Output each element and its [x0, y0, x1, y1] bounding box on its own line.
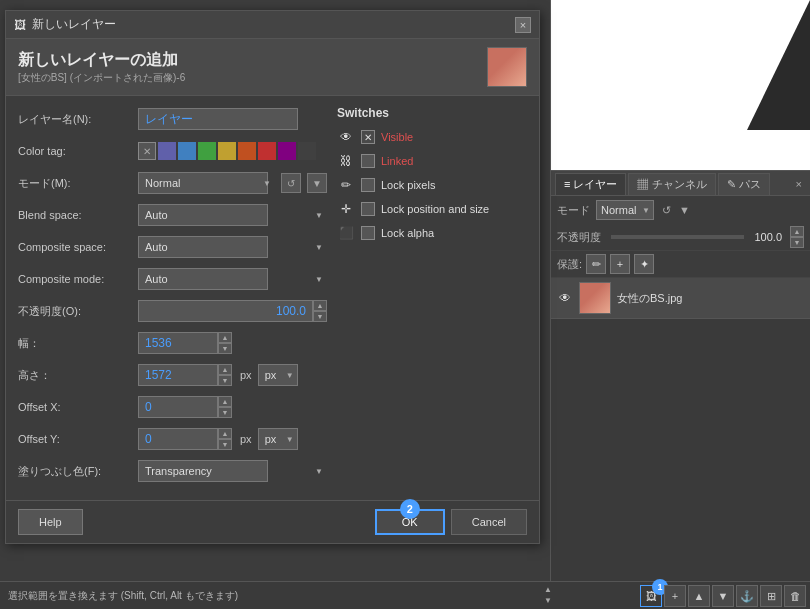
width-decrement-button[interactable]: ▼: [218, 343, 232, 354]
color-swatch-0[interactable]: [158, 142, 176, 160]
layer-thumbnail: [579, 282, 611, 314]
fill-color-select[interactable]: Transparency: [138, 460, 268, 482]
mode-select[interactable]: Normal: [138, 172, 268, 194]
panel-close-button[interactable]: ×: [792, 176, 806, 192]
visible-checkbox[interactable]: ✕: [361, 130, 375, 144]
offset-y-increment-button[interactable]: ▲: [218, 428, 232, 439]
mode-reset-button[interactable]: ↺: [281, 173, 301, 193]
height-increment-button[interactable]: ▲: [218, 364, 232, 375]
width-row: 幅： ▲ ▼: [18, 330, 327, 356]
color-swatch-1[interactable]: [178, 142, 196, 160]
dialog-thumbnail: [487, 47, 527, 87]
composite-mode-control: Auto ▼: [138, 268, 327, 290]
new-layer-button[interactable]: 🖼 1: [640, 585, 662, 607]
fill-color-label: 塗りつぶし色(F):: [18, 464, 138, 479]
width-control: ▲ ▼: [138, 332, 327, 354]
mode-expand-icon[interactable]: ▼: [679, 204, 690, 216]
linked-label: Linked: [381, 155, 413, 167]
composite-space-select[interactable]: Auto: [138, 236, 268, 258]
dialog-close-button[interactable]: ×: [515, 17, 531, 33]
mode-reset-icon[interactable]: ↺: [662, 204, 671, 217]
tab-channels[interactable]: ▦ チャンネル: [628, 173, 715, 195]
height-unit-select[interactable]: px: [258, 364, 298, 386]
merge-button[interactable]: ⊞: [760, 585, 782, 607]
layer-visibility-icon[interactable]: 👁: [557, 290, 573, 306]
blend-space-select[interactable]: Auto: [138, 204, 268, 226]
composite-space-control: Auto ▼: [138, 236, 327, 258]
color-swatch-2[interactable]: [198, 142, 216, 160]
color-swatch-3[interactable]: [218, 142, 236, 160]
blend-space-control: Auto ▼: [138, 204, 327, 226]
offset-y-unit-wrap: px ▼: [258, 428, 298, 450]
height-decrement-button[interactable]: ▼: [218, 375, 232, 386]
height-label: 高さ：: [18, 368, 138, 383]
offset-y-unit-select[interactable]: px: [258, 428, 298, 450]
lock-label: 保護:: [557, 257, 582, 272]
dialog-footer: Help 2 OK Cancel: [6, 500, 539, 543]
layers-mode-row: モード Normal ▼ ↺ ▼: [551, 196, 810, 224]
layer-name-row: レイヤー名(N):: [18, 106, 327, 132]
opacity-increment-button[interactable]: ▲: [313, 300, 327, 311]
offset-y-input[interactable]: [138, 428, 218, 450]
up-button[interactable]: ▲: [688, 585, 710, 607]
width-increment-button[interactable]: ▲: [218, 332, 232, 343]
offset-x-spinners: ▲ ▼: [218, 396, 232, 418]
opacity-input[interactable]: [138, 300, 313, 322]
layers-mode-select[interactable]: Normal: [596, 200, 654, 220]
color-tag-none[interactable]: ✕: [138, 142, 156, 160]
tab-layers[interactable]: ≡ レイヤー: [555, 173, 626, 195]
opacity-up-button[interactable]: ▲: [790, 226, 804, 237]
height-input[interactable]: [138, 364, 218, 386]
color-swatch-6[interactable]: [278, 142, 296, 160]
scroll-up-icon[interactable]: ▲: [544, 585, 552, 594]
ok-button-wrap: 2 OK: [375, 509, 445, 535]
linked-checkbox[interactable]: [361, 154, 375, 168]
delete-button[interactable]: 🗑: [784, 585, 806, 607]
opacity-row: 不透明度(O): ▲ ▼: [18, 298, 327, 324]
color-swatch-5[interactable]: [258, 142, 276, 160]
lock-add-button[interactable]: +: [610, 254, 630, 274]
lock-star-button[interactable]: ✦: [634, 254, 654, 274]
height-spinners: ▲ ▼: [218, 364, 232, 386]
down-button[interactable]: ▼: [712, 585, 734, 607]
composite-space-row: Composite space: Auto ▼: [18, 234, 327, 260]
opacity-control: ▲ ▼: [138, 300, 327, 322]
opacity-label: 不透明度: [557, 230, 601, 245]
composite-mode-label: Composite mode:: [18, 273, 138, 285]
lock-paint-button[interactable]: ✏: [586, 254, 606, 274]
height-control: ▲ ▼ px px ▼: [138, 364, 327, 386]
mode-cycle-button[interactable]: ▼: [307, 173, 327, 193]
color-swatch-4[interactable]: [238, 142, 256, 160]
blend-space-row: Blend space: Auto ▼: [18, 202, 327, 228]
anchor-button[interactable]: ⚓: [736, 585, 758, 607]
lock-pos-icon: ✛: [337, 200, 355, 218]
cancel-button[interactable]: Cancel: [451, 509, 527, 535]
help-button[interactable]: Help: [18, 509, 83, 535]
width-input[interactable]: [138, 332, 218, 354]
lock-pos-checkbox[interactable]: [361, 202, 375, 216]
opacity-input-wrap: ▲ ▼: [138, 300, 327, 322]
composite-mode-select[interactable]: Auto: [138, 268, 268, 290]
layer-name-input[interactable]: [138, 108, 298, 130]
offset-x-input-wrap: ▲ ▼: [138, 396, 232, 418]
opacity-field-label: 不透明度(O):: [18, 304, 138, 319]
offset-x-input[interactable]: [138, 396, 218, 418]
mode-row: モード(M): Normal ▼ ↺ ▼: [18, 170, 327, 196]
opacity-decrement-button[interactable]: ▼: [313, 311, 327, 322]
offset-x-decrement-button[interactable]: ▼: [218, 407, 232, 418]
opacity-bar[interactable]: [611, 235, 744, 239]
color-swatch-7[interactable]: [298, 142, 316, 160]
offset-y-decrement-button[interactable]: ▼: [218, 439, 232, 450]
composite-mode-dropdown-icon: ▼: [315, 275, 323, 284]
lock-pixels-checkbox[interactable]: [361, 178, 375, 192]
lock-alpha-checkbox[interactable]: [361, 226, 375, 240]
lock-alpha-icon: ⬛: [337, 224, 355, 242]
offset-y-row: Offset Y: ▲ ▼ px px ▼: [18, 426, 327, 452]
scroll-indicator: ▲ ▼: [542, 581, 554, 609]
add-button[interactable]: +: [664, 585, 686, 607]
opacity-down-button[interactable]: ▼: [790, 237, 804, 248]
scroll-down-icon[interactable]: ▼: [544, 596, 552, 605]
offset-x-increment-button[interactable]: ▲: [218, 396, 232, 407]
tab-paths[interactable]: ✎ パス: [718, 173, 770, 195]
height-input-wrap: ▲ ▼: [138, 364, 232, 386]
